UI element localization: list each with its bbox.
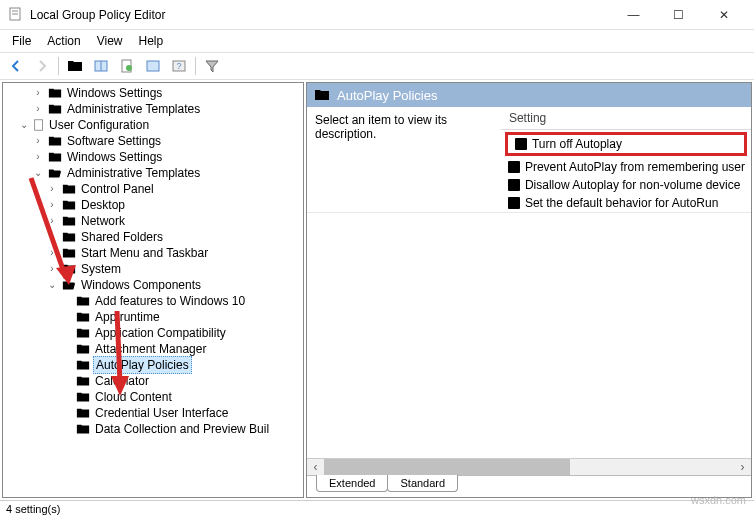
status-bar: 4 setting(s) (0, 500, 754, 520)
expander-icon[interactable]: › (31, 85, 45, 101)
tree-item-autoplay-policies[interactable]: AutoPlay Policies (3, 357, 303, 373)
folder-icon (61, 230, 77, 244)
tree-label: User Configuration (47, 117, 151, 133)
expander-icon[interactable]: › (31, 133, 45, 149)
folder-icon (75, 342, 91, 356)
close-button[interactable]: ✕ (701, 1, 746, 29)
show-hide-tree-button[interactable] (63, 55, 87, 77)
tree-item-shared-folders[interactable]: Shared Folders (3, 229, 303, 245)
tree-item-app-compat[interactable]: Application Compatibility (3, 325, 303, 341)
settings-column-header[interactable]: Setting (501, 107, 751, 130)
expander-icon[interactable]: ⌄ (31, 165, 45, 181)
expander-icon[interactable]: › (45, 245, 59, 261)
tree-label: Windows Settings (65, 149, 164, 165)
folder-icon (61, 262, 77, 276)
tree-item-windows-settings-2[interactable]: ›Windows Settings (3, 149, 303, 165)
scroll-thumb[interactable] (324, 459, 570, 475)
tree-item-windows-settings[interactable]: ›Windows Settings (3, 85, 303, 101)
tree-item-cloud-content[interactable]: Cloud Content (3, 389, 303, 405)
tree-label: Cloud Content (93, 389, 174, 405)
export-button[interactable] (141, 55, 165, 77)
details-title: AutoPlay Policies (337, 88, 437, 103)
tree-item-add-features[interactable]: Add features to Windows 10 (3, 293, 303, 309)
setting-label: Disallow Autoplay for non-volume device (525, 178, 740, 192)
folder-icon (75, 326, 91, 340)
tree-item-system[interactable]: ›System (3, 261, 303, 277)
scroll-left-button[interactable]: ‹ (307, 459, 324, 476)
tree-item-control-panel[interactable]: ›Control Panel (3, 181, 303, 197)
view-button[interactable] (89, 55, 113, 77)
tree-item-start-menu[interactable]: ›Start Menu and Taskbar (3, 245, 303, 261)
folder-icon (61, 214, 77, 228)
expander-icon[interactable]: › (45, 261, 59, 277)
folder-icon (75, 358, 91, 372)
setting-label: Set the default behavior for AutoRun (525, 196, 718, 210)
help-button[interactable]: ? (167, 55, 191, 77)
status-text: 4 setting(s) (6, 503, 60, 515)
policy-icon (514, 137, 528, 151)
tree-label: Network (79, 213, 127, 229)
scroll-track[interactable] (324, 459, 734, 475)
tree-label: Control Panel (79, 181, 156, 197)
expander-icon[interactable]: ⌄ (45, 277, 59, 293)
policy-icon (507, 160, 521, 174)
menu-action[interactable]: Action (39, 32, 88, 50)
details-header: AutoPlay Policies (307, 83, 751, 107)
folder-icon (75, 374, 91, 388)
expander-icon[interactable]: › (31, 149, 45, 165)
folder-icon (313, 87, 331, 103)
tree-item-admin-templates[interactable]: ›Administrative Templates (3, 101, 303, 117)
refresh-button[interactable] (115, 55, 139, 77)
tree-item-admin-templates-2[interactable]: ⌄Administrative Templates (3, 165, 303, 181)
tree-item-app-runtime[interactable]: App runtime (3, 309, 303, 325)
expander-icon[interactable]: ⌄ (17, 117, 31, 133)
tree-item-network[interactable]: ›Network (3, 213, 303, 229)
setting-prevent-autoplay[interactable]: Prevent AutoPlay from remembering user (501, 158, 751, 176)
policy-icon (507, 178, 521, 192)
folder-open-icon (47, 166, 63, 180)
menubar: File Action View Help (0, 30, 754, 52)
setting-turn-off-autoplay[interactable]: Turn off Autoplay (505, 132, 747, 156)
minimize-button[interactable]: — (611, 1, 656, 29)
tree-item-data-collection[interactable]: Data Collection and Preview Buil (3, 421, 303, 437)
horizontal-scrollbar[interactable]: ‹ › (307, 458, 751, 475)
tab-extended[interactable]: Extended (316, 475, 388, 492)
expander-icon[interactable]: › (45, 197, 59, 213)
tab-standard[interactable]: Standard (387, 475, 458, 492)
tree-item-windows-components[interactable]: ⌄Windows Components (3, 277, 303, 293)
maximize-button[interactable]: ☐ (656, 1, 701, 29)
forward-button[interactable] (30, 55, 54, 77)
menu-file[interactable]: File (4, 32, 39, 50)
tree-item-calculator[interactable]: Calculator (3, 373, 303, 389)
tree-item-software-settings[interactable]: ›Software Settings (3, 133, 303, 149)
tree-label: Attachment Manager (93, 341, 208, 357)
expander-icon[interactable]: › (31, 101, 45, 117)
tree-label: Start Menu and Taskbar (79, 245, 210, 261)
tree-label: Application Compatibility (93, 325, 228, 341)
menu-help[interactable]: Help (131, 32, 172, 50)
setting-disallow-autoplay[interactable]: Disallow Autoplay for non-volume device (501, 176, 751, 194)
folder-icon (61, 182, 77, 196)
back-button[interactable] (4, 55, 28, 77)
menu-view[interactable]: View (89, 32, 131, 50)
tree-label: Administrative Templates (65, 101, 202, 117)
tree-item-credential-ui[interactable]: Credential User Interface (3, 405, 303, 421)
view-tabs: Extended Standard (307, 475, 751, 497)
toolbar-separator (195, 57, 196, 75)
window-title: Local Group Policy Editor (30, 8, 611, 22)
folder-icon (75, 310, 91, 324)
svg-text:?: ? (176, 61, 181, 71)
watermark: wsxdn.com (691, 494, 746, 506)
tree-item-attachment-mgr[interactable]: Attachment Manager (3, 341, 303, 357)
expander-icon[interactable]: › (45, 213, 59, 229)
folder-open-icon (61, 278, 77, 292)
filter-button[interactable] (200, 55, 224, 77)
setting-default-autorun[interactable]: Set the default behavior for AutoRun (501, 194, 751, 212)
scroll-right-button[interactable]: › (734, 459, 751, 476)
tree-scroll[interactable]: ›Windows Settings ›Administrative Templa… (3, 83, 303, 497)
tree-item-desktop[interactable]: ›Desktop (3, 197, 303, 213)
details-body: Select an item to view its description. … (307, 107, 751, 213)
tree-label: Credential User Interface (93, 405, 230, 421)
tree-item-user-config[interactable]: ⌄User Configuration (3, 117, 303, 133)
expander-icon[interactable]: › (45, 181, 59, 197)
